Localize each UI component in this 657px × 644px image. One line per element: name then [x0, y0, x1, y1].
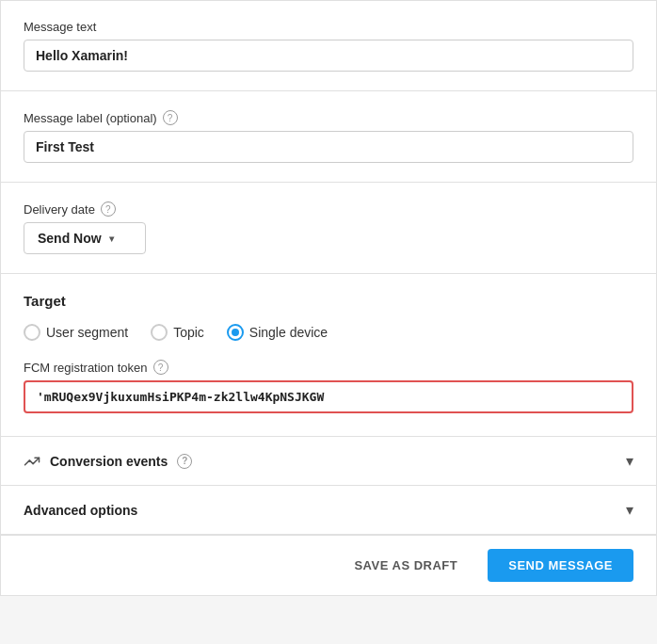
radio-label-topic: Topic [173, 325, 204, 340]
radio-option-single-device[interactable]: Single device [227, 324, 328, 341]
target-section: Target User segment Topic Single device [1, 274, 656, 437]
target-radio-group: User segment Topic Single device [24, 324, 633, 341]
label-text: FCM registration token [24, 361, 148, 375]
radio-inner-single-device [232, 329, 239, 336]
fcm-token-label: FCM registration token ? [24, 360, 633, 375]
advanced-options-title: Advanced options [24, 503, 137, 518]
trend-icon [24, 453, 40, 470]
conversion-events-label: Conversion events [50, 454, 168, 469]
delivery-date-label: Delivery date ? [24, 201, 633, 217]
message-text-section: Message text [1, 1, 656, 91]
radio-outer-single-device [227, 324, 244, 341]
conversion-events-help-icon[interactable]: ? [177, 454, 192, 469]
label-text: Delivery date [24, 202, 95, 217]
fcm-token-input[interactable] [24, 380, 633, 413]
radio-option-user-segment[interactable]: User segment [24, 324, 128, 341]
advanced-options-section[interactable]: Advanced options ▾ [1, 486, 656, 535]
message-text-input[interactable] [24, 40, 633, 72]
message-label-help-icon[interactable]: ? [163, 110, 178, 125]
conversion-events-title: Conversion events ? [24, 453, 192, 470]
radio-outer-user-segment [24, 324, 40, 341]
dropdown-arrow-icon: ▾ [109, 233, 114, 244]
label-text: Message text [24, 20, 96, 34]
footer: SAVE AS DRAFT SEND MESSAGE [1, 535, 656, 595]
advanced-options-chevron: ▾ [626, 501, 633, 519]
radio-label-single-device: Single device [249, 325, 328, 340]
conversion-events-section[interactable]: Conversion events ? ▾ [1, 437, 656, 486]
delivery-date-help-icon[interactable]: ? [101, 201, 116, 217]
conversion-events-chevron: ▾ [626, 452, 633, 470]
message-text-label: Message text [24, 20, 633, 34]
radio-label-user-segment: User segment [46, 325, 128, 340]
message-label-input[interactable] [24, 131, 633, 163]
radio-option-topic[interactable]: Topic [151, 324, 204, 341]
message-label-section: Message label (optional) ? [1, 91, 656, 183]
delivery-date-dropdown[interactable]: Send Now ▾ [24, 222, 146, 254]
message-label-label: Message label (optional) ? [24, 110, 633, 125]
send-message-button[interactable]: SEND MESSAGE [488, 549, 633, 582]
save-as-draft-button[interactable]: SAVE AS DRAFT [335, 549, 476, 582]
dropdown-value: Send Now [38, 231, 102, 246]
advanced-options-label: Advanced options [24, 503, 137, 518]
label-text: Message label (optional) [24, 111, 157, 125]
target-section-title: Target [24, 293, 633, 309]
fcm-token-help-icon[interactable]: ? [153, 360, 168, 375]
main-container: Message text Message label (optional) ? … [0, 0, 657, 596]
radio-outer-topic [151, 324, 168, 341]
delivery-date-section: Delivery date ? Send Now ▾ [1, 183, 656, 274]
